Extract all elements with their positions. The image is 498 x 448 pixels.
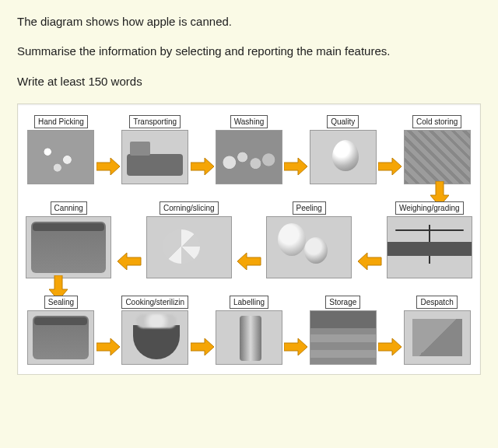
diagram-row-2: Weighing/grading Peeling Corning/slicing… (26, 201, 472, 278)
step-image (26, 216, 111, 278)
step-label: Sealing (44, 296, 78, 309)
step-label: Transporting (129, 115, 181, 128)
step-washing: Washing (214, 115, 285, 184)
step-image (216, 310, 282, 365)
step-image (404, 310, 471, 365)
arrow-right-icon (191, 338, 214, 355)
step-image (121, 130, 188, 184)
intro-line-1: The diagram shows how apple is canned. (17, 14, 481, 30)
arrow-right-icon (284, 338, 307, 355)
step-label: Cooking/sterilizin (121, 296, 188, 309)
step-label: Cold storing (412, 115, 461, 128)
step-label: Washing (230, 115, 268, 128)
svg-marker-9 (96, 338, 120, 355)
step-image (121, 310, 188, 365)
arrow-left-icon (352, 253, 387, 270)
step-label: Storage (325, 296, 360, 309)
step-weighing-grading: Weighing/grading (387, 201, 473, 278)
step-label: Labelling (230, 296, 268, 309)
arrow-left-icon (232, 253, 266, 270)
arrow-right-icon (96, 158, 120, 175)
arrow-right-icon (284, 158, 307, 175)
step-canning: Canning (26, 201, 112, 278)
step-labelling: Labelling (214, 296, 285, 365)
step-transporting: Transporting (120, 115, 191, 184)
step-label: Weighing/grading (395, 201, 464, 215)
intro-line-3: Write at least 150 words (17, 74, 481, 89)
step-peeling: Peeling (266, 201, 352, 278)
arrow-right-icon (378, 158, 402, 175)
step-label: Hand Picking (34, 115, 88, 128)
step-hand-picking: Hand Picking (26, 115, 96, 184)
svg-marker-6 (237, 253, 261, 270)
step-image (310, 130, 377, 184)
step-label: Despatch (416, 296, 457, 309)
step-label: Quality (327, 115, 359, 128)
svg-marker-3 (378, 158, 402, 175)
step-image (27, 310, 94, 365)
svg-marker-2 (284, 158, 307, 175)
diagram-row-3: Sealing Cooking/sterilizin Labelling Sto… (26, 296, 472, 365)
svg-marker-5 (358, 253, 381, 270)
step-storage: Storage (307, 296, 378, 365)
arrow-left-icon (112, 253, 146, 270)
arrow-right-icon (191, 158, 214, 175)
step-cooking-sterilizing: Cooking/sterilizin (120, 296, 191, 365)
step-image (146, 216, 232, 278)
svg-marker-0 (96, 158, 120, 175)
svg-marker-11 (284, 338, 307, 355)
svg-marker-10 (191, 338, 214, 355)
step-image (387, 216, 472, 278)
svg-marker-12 (378, 338, 402, 355)
step-image (310, 310, 377, 365)
svg-marker-1 (191, 158, 214, 175)
step-label: Peeling (293, 201, 326, 215)
step-image (27, 130, 94, 184)
step-quality: Quality (307, 115, 378, 184)
intro-line-2: Summarise the information by selecting a… (17, 44, 481, 59)
step-image (266, 216, 352, 278)
step-image (216, 130, 282, 184)
arrow-right-icon (96, 338, 120, 355)
step-despatch: Despatch (402, 296, 472, 365)
step-cold-storing: Cold storing (402, 115, 472, 184)
arrow-right-icon (378, 338, 402, 355)
step-label: Canning (51, 201, 87, 215)
prompt-text: The diagram shows how apple is canned. S… (17, 14, 481, 89)
svg-marker-7 (117, 253, 141, 270)
step-sealing: Sealing (26, 296, 96, 365)
step-label: Corning/slicing (160, 201, 219, 215)
step-image (404, 130, 471, 184)
step-corning-slicing: Corning/slicing (146, 201, 233, 278)
process-diagram: Hand Picking Transporting Washing Qualit… (17, 103, 481, 375)
diagram-row-1: Hand Picking Transporting Washing Qualit… (26, 115, 472, 184)
